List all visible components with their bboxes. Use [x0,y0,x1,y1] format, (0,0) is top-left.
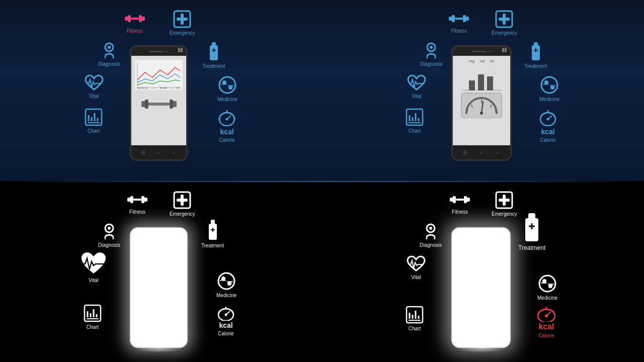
svg-rect-73 [469,80,475,90]
top-left-fitness[interactable]: Fitness [125,11,145,34]
svg-point-109 [227,282,231,286]
calorie-label: Calorie [219,137,235,143]
svg-point-123 [429,227,432,230]
bottom-right-fitness[interactable]: Fitness [450,192,470,215]
diagnosis-label: Diagnosis [98,61,120,67]
top-left-calorie[interactable]: kcal Calorie [217,108,236,143]
svg-rect-7 [177,18,188,21]
svg-rect-75 [487,76,493,90]
svg-rect-89 [133,199,141,201]
top-right-treatment[interactable]: Treatment [524,41,547,69]
bottom-right-vital[interactable]: Vital [407,255,426,280]
bottom-right-medicine-label: Medicine [537,295,557,301]
top-left-chart[interactable]: Chart [85,108,103,134]
top-left-emergency[interactable]: Emergency [170,10,195,36]
svg-point-137 [542,279,546,283]
bottom-left-treatment-label: Treatment [201,243,224,248]
bottom-left-diagnosis[interactable]: Diagnosis [98,222,120,248]
svg-rect-51 [499,18,510,21]
svg-point-113 [225,314,227,316]
top-right-calorie[interactable]: kcal Calorie [538,108,557,143]
bottom-right-fitness-label: Fitness [452,209,468,215]
top-left-vital[interactable]: Vital [85,74,104,99]
bottom-right-chart-label: Chart [409,326,421,331]
treatment-label: Treatment [202,63,225,69]
bottom-left-medicine-label: Medicine [216,293,236,298]
svg-rect-74 [478,74,484,90]
top-right-medicine-label: Medicine [539,97,559,102]
bottom-right-emergency-label: Emergency [492,211,517,217]
bottom-left-medicine[interactable]: Medicine [216,272,236,298]
top-left-treatment[interactable]: Treatment [202,41,225,69]
bottom-right-emergency[interactable]: Emergency [492,191,517,217]
bottom-left-vital[interactable]: Vital [80,251,107,283]
bottom-left-treatment[interactable]: Treatment [201,219,224,248]
bottom-left-emergency-label: Emergency [170,211,195,217]
bottom-left-calorie[interactable]: kcal Calorie [216,306,235,336]
svg-point-142 [545,314,548,317]
svg-text:——: —— [169,86,174,89]
svg-rect-88 [141,196,144,203]
top-right-emergency[interactable]: Emergency [492,10,517,36]
top-right-fitness[interactable]: Fitness [449,11,469,34]
svg-point-94 [108,227,111,230]
top-left-phone: ▊▊ MUSCLE —— BONE —— [130,45,188,161]
svg-rect-47 [463,15,466,22]
svg-point-72 [547,118,549,121]
svg-point-30 [226,118,228,121]
bottom-left-emergency[interactable]: Emergency [170,191,195,217]
bottom-left-chart-label: Chart [87,324,99,330]
bottom-right-chart[interactable]: Chart [406,306,424,331]
fitness-label: Fitness [127,28,143,34]
bottom-left-phone [130,227,188,348]
svg-text:FAT: FAT [176,86,181,89]
bottom-left-diagnosis-label: Diagnosis [98,242,120,248]
bottom-section: Fitness Emergency Diagnosis Vital [0,181,644,362]
bottom-right-diagnosis-label: Diagnosis [420,242,442,248]
bottom-right-treatment[interactable]: Treatment [518,212,545,251]
svg-rect-92 [177,199,188,202]
top-right-diagnosis-label: Diagnosis [420,61,442,67]
top-right-phone: ▊▊ mg cal ml [451,45,512,161]
top-right-vital[interactable]: Vital [407,74,426,99]
svg-point-67 [544,80,548,84]
svg-rect-42 [170,100,173,109]
top-right-emergency-label: Emergency [492,30,517,36]
bottom-left-fitness[interactable]: Fitness [127,192,147,215]
top-left-medicine[interactable]: Medicine [217,75,237,102]
top-right-chart[interactable]: Chart [406,108,424,134]
top-right-treatment-label: Treatment [524,63,547,69]
bottom-left-chart[interactable]: Chart [84,304,102,330]
svg-rect-4 [131,18,139,20]
top-right-fitness-label: Fitness [451,28,467,34]
svg-rect-121 [499,199,510,202]
svg-text:——: —— [151,86,156,89]
svg-rect-43 [148,103,170,106]
top-right-calorie-label: Calorie [540,137,556,143]
svg-rect-117 [464,196,467,203]
bottom-left-fitness-label: Fitness [129,209,145,215]
svg-point-53 [430,46,433,49]
bottom-right-vital-label: Vital [411,275,421,280]
bottom-right-calorie-label: Calorie [538,333,554,338]
top-right-diagnosis[interactable]: Diagnosis [420,41,442,67]
bottom-right-treatment-label: Treatment [518,244,545,251]
svg-rect-46 [452,15,455,22]
svg-rect-2 [128,15,131,22]
medicine-label: Medicine [217,97,237,102]
svg-line-28 [234,118,235,119]
bottom-right-medicine[interactable]: Medicine [537,274,557,301]
bottom-right-calorie[interactable]: kcal Calorie [536,306,557,338]
svg-point-24 [228,85,232,89]
svg-rect-63 [532,45,540,60]
svg-line-27 [218,118,219,119]
svg-rect-87 [130,196,133,203]
top-right-chart-label: Chart [409,128,421,134]
svg-rect-116 [453,196,456,203]
bottom-right-diagnosis[interactable]: Diagnosis [420,222,442,248]
svg-point-68 [550,85,554,89]
top-left-diagnosis[interactable]: Diagnosis [98,41,120,67]
section-divider [0,181,644,182]
top-right-medicine[interactable]: Medicine [539,75,559,102]
top-section: Fitness Emergency Diagnosis Vital [0,0,644,181]
